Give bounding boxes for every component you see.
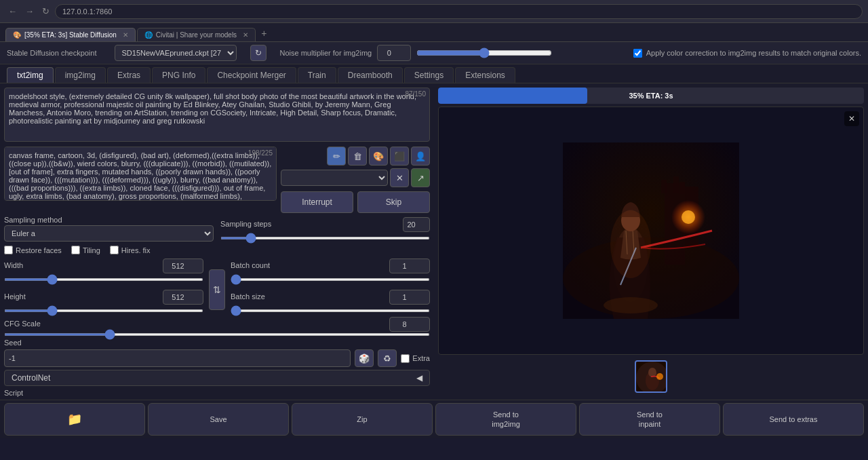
address-bar[interactable]: 127.0.0.1:7860 — [55, 4, 863, 19]
height-input[interactable] — [163, 290, 203, 305]
sampling-method-label: Sampling method — [4, 216, 214, 224]
color-correction-checkbox[interactable] — [633, 49, 642, 58]
svg-rect-3 — [661, 180, 667, 193]
width-input[interactable] — [163, 258, 203, 273]
tab-label-civitai: Civitai | Share your models — [156, 31, 237, 39]
checkpoint-reload-button[interactable]: ↻ — [250, 45, 267, 61]
sampling-steps-input[interactable] — [403, 217, 430, 232]
zip-button[interactable]: Zip — [292, 403, 433, 436]
width-label-row: Width — [4, 258, 203, 273]
progress-bar-container: 35% ETA: 3s — [438, 88, 864, 104]
height-slider[interactable] — [4, 309, 203, 312]
send-to-inpaint-button[interactable]: Send toinpaint — [579, 403, 720, 436]
checkbox-row: Restore faces Tiling Hires. fix — [4, 246, 430, 254]
controlnet-row[interactable]: ControlNet ◀ — [4, 370, 430, 386]
extra-checkbox[interactable] — [401, 354, 410, 363]
right-controls-col: ✏ 🗑 🎨 ⬛ 👤 ✕ ↗ — [281, 147, 430, 213]
skip-button[interactable]: Skip — [357, 191, 430, 213]
styles-apply-button[interactable]: ✕ — [390, 168, 409, 187]
negative-prompt-textarea[interactable]: canvas frame, cartoon, 3d, (disfigured),… — [4, 147, 277, 201]
refresh-icon[interactable]: ↻ — [39, 5, 52, 18]
tab-bar: 🎨 [35% ETA: 3s] Stable Diffusion ✕ 🌐 Civ… — [0, 23, 868, 42]
styles-save-button[interactable]: ↗ — [411, 168, 430, 187]
black-square-button[interactable]: ⬛ — [390, 147, 409, 166]
address-text: 127.0.0.1:7860 — [62, 7, 112, 16]
negative-prompt-container: canvas frame, cartoon, 3d, (disfigured),… — [4, 147, 277, 203]
tab-stable-diffusion[interactable]: 🎨 [35% ETA: 3s] Stable Diffusion ✕ — [5, 28, 136, 41]
batch-count-input[interactable] — [389, 258, 430, 273]
seed-label: Seed — [4, 339, 430, 347]
tab-civitai[interactable]: 🌐 Civitai | Share your models ✕ — [137, 28, 256, 41]
thumbnail-item[interactable] — [635, 360, 667, 393]
interrupt-button[interactable]: Interrupt — [281, 191, 353, 213]
tab-close-civitai[interactable]: ✕ — [243, 31, 248, 39]
tab-train[interactable]: Train — [298, 67, 336, 83]
restore-faces-checkbox-item[interactable]: Restore faces — [4, 246, 62, 254]
positive-prompt-container: modelshoot style, (extremely detailed CG… — [4, 88, 430, 144]
save-button[interactable]: Save — [148, 403, 289, 436]
person-icon-button[interactable]: 👤 — [411, 147, 430, 166]
edit-icon-button[interactable]: ✏ — [327, 147, 346, 166]
svg-rect-4 — [673, 176, 679, 193]
palette-icon-button[interactable]: 🎨 — [369, 147, 388, 166]
cfg-scale-slider[interactable] — [4, 333, 430, 336]
image-close-button[interactable]: ✕ — [844, 111, 859, 126]
back-icon[interactable]: ← — [5, 5, 20, 18]
bottom-buttons-bar: 📁 Save Zip Send toimg2img Send toinpaint… — [0, 400, 868, 438]
checkpoint-select[interactable]: SD15NewVAEpruned.ckpt [27a4ac756c] — [115, 45, 237, 61]
restore-faces-checkbox[interactable] — [4, 246, 13, 254]
controlnet-arrow-icon: ◀ — [416, 373, 422, 383]
tab-checkpoint-merger[interactable]: Checkpoint Merger — [207, 67, 296, 83]
tab-dreambooth[interactable]: Dreambooth — [338, 67, 403, 83]
thumbnail-strip — [438, 358, 864, 396]
open-folder-button[interactable]: 📁 — [4, 403, 145, 436]
batch-count-slider[interactable] — [231, 278, 430, 281]
styles-row: ✕ ↗ — [281, 168, 430, 187]
send-inpaint-label: Send toinpaint — [637, 410, 663, 429]
styles-select[interactable] — [281, 170, 388, 186]
negative-char-count: 198/225 — [248, 149, 273, 157]
seed-row: 🎲 ♻ Extra — [4, 349, 430, 367]
extra-checkbox-item[interactable]: Extra — [401, 354, 430, 363]
send-to-extras-button[interactable]: Send to extras — [723, 403, 864, 436]
positive-prompt-textarea[interactable]: modelshoot style, (extremely detailed CG… — [4, 88, 430, 142]
batch-size-slider[interactable] — [231, 309, 430, 312]
noise-slider[interactable] — [416, 47, 552, 58]
sampling-method-select[interactable]: Euler a — [4, 225, 214, 242]
batch-size-input[interactable] — [389, 290, 430, 305]
batch-col: Batch count Batch size — [231, 258, 430, 314]
send-img2img-label: Send toimg2img — [492, 410, 520, 429]
wh-batch-row: Width Height ⇅ Batch count — [4, 258, 430, 314]
recycle-button[interactable]: ♻ — [378, 349, 397, 367]
main-content: modelshoot style, (extremely detailed CG… — [0, 83, 868, 400]
tab-close-sd[interactable]: ✕ — [123, 31, 128, 39]
noise-value-input[interactable] — [377, 45, 411, 61]
hires-fix-checkbox-item[interactable]: Hires. fix — [110, 246, 151, 254]
tab-extras[interactable]: Extras — [107, 67, 151, 83]
sampling-steps-slider[interactable] — [220, 237, 430, 239]
send-to-img2img-button[interactable]: Send toimg2img — [435, 403, 576, 436]
dice-button[interactable]: 🎲 — [355, 349, 374, 367]
hires-fix-checkbox[interactable] — [110, 246, 119, 254]
tiling-checkbox-item[interactable]: Tiling — [71, 246, 100, 254]
width-slider[interactable] — [4, 278, 203, 281]
tab-txt2img[interactable]: txt2img — [7, 67, 54, 83]
svg-rect-5 — [679, 182, 685, 194]
tab-img2img[interactable]: img2img — [55, 67, 106, 83]
new-tab-button[interactable]: + — [257, 26, 271, 40]
tab-icon-civitai: 🌐 — [144, 31, 153, 39]
trash-icon-button[interactable]: 🗑 — [348, 147, 367, 166]
height-label: Height — [4, 292, 26, 301]
swap-dimensions-button[interactable]: ⇅ — [209, 269, 225, 310]
zip-label: Zip — [357, 415, 367, 423]
seed-input[interactable] — [4, 349, 351, 367]
sampling-method-col: Sampling method Euler a — [4, 216, 214, 242]
send-extras-label: Send to extras — [770, 415, 818, 423]
tab-png-info[interactable]: PNG Info — [152, 67, 205, 83]
tiling-checkbox[interactable] — [71, 246, 80, 254]
tab-extensions[interactable]: Extensions — [455, 67, 515, 83]
tab-settings[interactable]: Settings — [404, 67, 454, 83]
forward-icon[interactable]: → — [22, 5, 37, 18]
tab-icon-sd: 🎨 — [13, 31, 21, 39]
right-panel: 35% ETA: 3s ✕ — [434, 83, 868, 400]
